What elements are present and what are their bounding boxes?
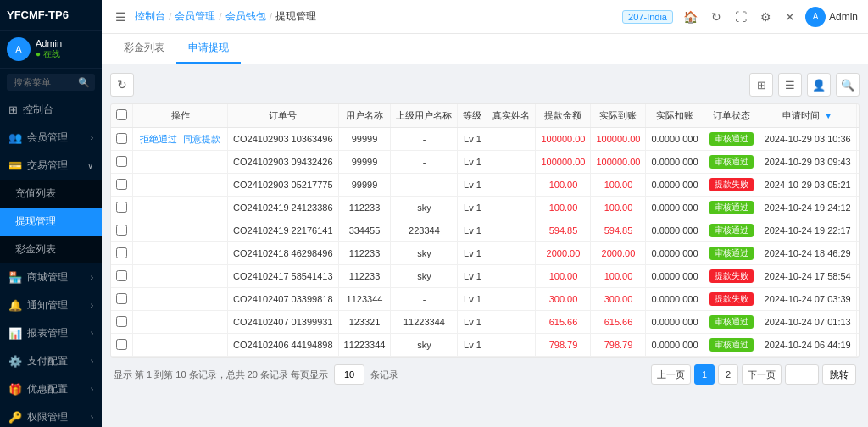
approve-link[interactable]: 同意提款 xyxy=(183,134,220,144)
sidebar-item-dashboard[interactable]: ⊞ 控制台 xyxy=(0,96,102,124)
row-checkbox[interactable] xyxy=(116,179,127,190)
topnav-user[interactable]: A Admin xyxy=(805,7,858,27)
server-tag: 207-India xyxy=(622,10,673,24)
sidebar-item-gold-list[interactable]: 彩金列表 xyxy=(0,236,102,263)
goto-page-button[interactable]: 跳转 xyxy=(822,364,856,385)
row-level: Lv 1 xyxy=(458,242,487,265)
sidebar-item-shop[interactable]: 🏪 商城管理 › xyxy=(0,263,102,291)
row-checkbox[interactable] xyxy=(116,133,127,144)
tab-gold-list[interactable]: 彩金列表 xyxy=(112,34,176,64)
tab-apply[interactable]: 申请提现 xyxy=(176,34,241,64)
row-amount: 100000.00 xyxy=(536,128,591,151)
row-checkbox[interactable] xyxy=(116,293,127,304)
row-process-time: 2024-10-28 18:29:15 xyxy=(856,197,860,219)
row-username: 112233 xyxy=(338,197,391,219)
menu-toggle-button[interactable]: ☰ xyxy=(112,7,130,27)
sidebar-item-notify[interactable]: 🔔 通知管理 › xyxy=(0,291,102,319)
reports-icon: 📊 xyxy=(8,327,22,340)
th-apply-time[interactable]: 申请时间 ▼ xyxy=(759,104,856,128)
home-button[interactable]: 🏠 xyxy=(680,7,701,27)
row-amount: 2000.00 xyxy=(536,242,591,265)
dashboard-icon: ⊞ xyxy=(8,103,18,116)
prev-page-button[interactable]: 上一页 xyxy=(651,364,691,385)
select-all-checkbox[interactable] xyxy=(116,109,127,120)
status-badge: 提款失败 xyxy=(709,269,754,283)
row-checkbox[interactable] xyxy=(116,270,127,281)
table-refresh-button[interactable]: ↻ xyxy=(110,73,134,97)
sidebar-item-transactions[interactable]: 💳 交易管理 ∨ xyxy=(0,152,102,180)
row-checkbox[interactable] xyxy=(116,225,127,236)
breadcrumb-home[interactable]: 控制台 xyxy=(135,9,165,24)
row-checkbox[interactable] xyxy=(116,316,127,327)
th-action: 操作 xyxy=(133,104,228,128)
column-settings-button[interactable]: 👤 xyxy=(807,73,831,97)
sidebar-item-reports[interactable]: 📊 报表管理 › xyxy=(0,319,102,347)
sidebar-item-payment[interactable]: ⚙️ 支付配置 › xyxy=(0,347,102,375)
row-amount: 615.66 xyxy=(536,311,591,334)
menu-sub-transactions: 充值列表 提现管理 彩金列表 xyxy=(0,180,102,263)
th-checkbox xyxy=(111,104,133,128)
row-checkbox-cell xyxy=(111,174,133,197)
th-username: 用户名称 xyxy=(338,104,391,128)
row-actual-balance: 0.0000 000 xyxy=(646,334,704,357)
settings-button[interactable]: ⚙ xyxy=(757,7,775,27)
row-actual-balance: 0.0000 000 xyxy=(646,128,704,151)
row-username: 112233 xyxy=(338,242,391,265)
sidebar-item-members[interactable]: 👥 会员管理 › xyxy=(0,124,102,152)
sidebar-item-label: 充值列表 xyxy=(15,186,93,201)
status-badge: 审核通过 xyxy=(709,247,754,260)
sidebar-item-recharge[interactable]: 充值列表 xyxy=(0,180,102,208)
breadcrumb-members[interactable]: 会员管理 xyxy=(175,9,215,24)
row-checkbox[interactable] xyxy=(116,156,127,167)
row-username: 99999 xyxy=(338,128,391,151)
next-page-button[interactable]: 下一页 xyxy=(742,364,782,385)
reject-link[interactable]: 拒绝通过 xyxy=(140,134,177,144)
sidebar-menu: ⊞ 控制台 👥 会员管理 › 💳 交易管理 ∨ 充值列表 提现管理 xyxy=(0,96,102,427)
chevron-right-icon: › xyxy=(91,273,93,282)
row-checkbox[interactable] xyxy=(116,339,127,350)
sidebar-item-promotion[interactable]: 🎁 优惠配置 › xyxy=(0,375,102,403)
filter-search-button[interactable]: 🔍 xyxy=(836,73,860,97)
main-content: ☰ 控制台 / 会员管理 / 会员钱包 / 提现管理 207-India 🏠 ↻… xyxy=(102,0,868,427)
list-view-button[interactable]: ☰ xyxy=(778,73,802,97)
row-real-name xyxy=(487,334,536,357)
grid-view-button[interactable]: ⊞ xyxy=(749,73,773,97)
chevron-right-icon: › xyxy=(91,133,93,142)
pagination-info: 显示 第 1 到第 10 条记录，总共 20 条记录 每页显示 条记录 xyxy=(114,364,398,385)
topnav-left: ☰ 控制台 / 会员管理 / 会员钱包 / 提现管理 xyxy=(112,7,622,27)
sidebar-item-permissions[interactable]: 🔑 权限管理 › xyxy=(0,403,102,427)
row-actual-balance: 0.0000 000 xyxy=(646,265,704,288)
fullscreen-button[interactable]: ⛶ xyxy=(732,7,750,27)
row-status: 提款失败 xyxy=(704,288,759,311)
row-apply-time: 2024-10-24 18:46:29 xyxy=(759,242,856,265)
row-parent-username: 11223344 xyxy=(391,311,458,334)
sidebar-item-deposits[interactable]: 提现管理 xyxy=(0,208,102,236)
breadcrumb-wallet[interactable]: 会员钱包 xyxy=(225,9,266,24)
table-row: CO24102417 58541413 112233 sky Lv 1 100.… xyxy=(111,265,860,288)
row-parent-username: - xyxy=(391,288,458,311)
row-amount: 300.00 xyxy=(536,288,591,311)
sidebar-item-label: 提现管理 xyxy=(15,214,93,229)
row-actual-amount: 2000.00 xyxy=(591,242,646,265)
page-1-button[interactable]: 1 xyxy=(694,364,715,385)
row-parent-username: sky xyxy=(391,242,458,265)
row-checkbox[interactable] xyxy=(116,247,127,258)
status-badge: 审核通过 xyxy=(709,201,754,214)
sidebar-search-container: 🔍 xyxy=(0,69,102,96)
data-table-wrap: 操作 订单号 用户名称 上级用户名称 等级 真实姓名 提款金额 实际到账 实际扣… xyxy=(110,103,860,358)
table-row: CO24102406 44194898 11223344 sky Lv 1 79… xyxy=(111,334,860,357)
row-apply-time: 2024-10-29 03:09:43 xyxy=(759,151,856,174)
close-button[interactable]: ✕ xyxy=(782,7,798,27)
refresh-button[interactable]: ↻ xyxy=(708,7,725,27)
chevron-down-icon: ∨ xyxy=(87,161,93,170)
per-page-input[interactable] xyxy=(334,364,364,385)
page-2-button[interactable]: 2 xyxy=(718,364,738,385)
row-process-time: 2024-10-29 03:01:51 xyxy=(856,174,860,197)
goto-page-input[interactable] xyxy=(785,364,819,385)
row-action xyxy=(133,219,228,242)
row-action xyxy=(133,288,228,311)
row-action xyxy=(133,265,228,288)
row-checkbox[interactable] xyxy=(116,202,127,213)
topnav-user-name: Admin xyxy=(829,11,858,23)
chevron-right-icon: › xyxy=(91,301,93,310)
